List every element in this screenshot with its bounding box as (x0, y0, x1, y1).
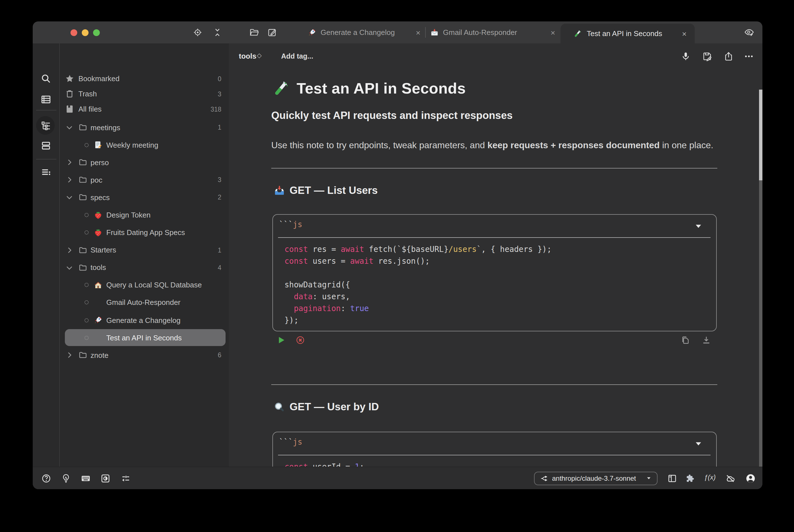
collapse-icon[interactable] (212, 27, 222, 37)
mail-in-icon (430, 28, 439, 37)
strawberry-icon (94, 228, 103, 237)
compose-icon[interactable] (267, 27, 277, 37)
openrouter-icon (540, 474, 548, 482)
tune-icon[interactable] (121, 473, 131, 483)
section-heading-2: GET — User by ID (273, 401, 379, 413)
sidebar-item-perso[interactable]: perso (59, 154, 229, 171)
copy-code-icon[interactable] (680, 335, 690, 345)
chevron-right-icon[interactable] (65, 176, 73, 184)
note-bullet-icon (84, 318, 89, 323)
note-bullet-icon (84, 335, 89, 340)
stop-code-icon[interactable] (295, 335, 305, 345)
sidebar-item-test-an-api-in-seconds[interactable]: Test an API in Seconds (59, 329, 229, 346)
keyboard-icon[interactable] (80, 473, 91, 483)
chevron-right-icon[interactable] (65, 246, 73, 254)
tree-view-icon[interactable] (40, 120, 51, 131)
tab-close-icon[interactable]: × (416, 28, 420, 37)
collapse-code-icon[interactable] (694, 440, 703, 448)
locate-icon[interactable] (192, 27, 202, 37)
chevron-right-icon[interactable] (65, 158, 73, 166)
sidebar-item-gmail-auto-responder[interactable]: Gmail Auto-Responder (59, 294, 229, 311)
collapse-code-icon[interactable] (694, 222, 703, 230)
tab-test-api-active[interactable]: Test an API in Seconds × (560, 24, 695, 43)
scrollbar-thumb[interactable] (759, 90, 762, 180)
sidebar-item-weekly-meeting[interactable]: Weekly meeting (59, 136, 229, 154)
close-window-button[interactable] (70, 29, 77, 36)
code-block-1: ```js const res = await fetch(`${baseURL… (272, 214, 717, 331)
code-header-separator (278, 237, 710, 238)
titlebar: Generate a Changelog × Gmail Auto-Respon… (33, 21, 762, 43)
search-icon[interactable] (40, 73, 51, 84)
folder-icon (78, 175, 87, 185)
code-content[interactable]: const userId = 1; (284, 461, 364, 466)
item-count: 0 (218, 75, 221, 82)
note-subtitle: Quickly test API requests and inspect re… (271, 109, 513, 122)
item-count: 3 (218, 91, 221, 97)
sidebar-item-meetings[interactable]: meetings1 (59, 119, 229, 136)
folder-icon (78, 123, 87, 132)
tab-label: Gmail Auto-Responder (443, 28, 517, 37)
folder-icon (78, 158, 87, 167)
brightness-icon[interactable] (100, 473, 111, 483)
sidebar-item-design-token[interactable]: Design Token (59, 206, 229, 224)
minimize-window-button[interactable] (81, 29, 88, 36)
sidebar-item-starters[interactable]: Starters1 (59, 241, 229, 259)
sidebar-item-specs[interactable]: specs2 (59, 189, 229, 206)
fx-icon[interactable]: ƒ(x) (704, 473, 716, 483)
note-bullet-icon (84, 283, 89, 288)
panel-icon[interactable] (667, 473, 677, 483)
rail-divider (36, 159, 56, 159)
test-tube-icon (573, 29, 582, 38)
download-code-icon[interactable] (701, 335, 711, 345)
help-icon[interactable] (41, 473, 51, 483)
note-intro: Use this note to try endpoints, tweak pa… (271, 140, 713, 150)
sidebar-item-tools[interactable]: tools4 (59, 259, 229, 277)
tab-generate-changelog[interactable]: Generate a Changelog × (308, 21, 420, 43)
add-tag-button[interactable]: Add tag... (281, 52, 313, 60)
item-count: 3 (218, 177, 221, 184)
list-colon-icon[interactable] (40, 167, 51, 177)
account-avatar-icon[interactable] (745, 473, 755, 483)
zoom-window-button[interactable] (93, 29, 99, 36)
item-count: 6 (218, 352, 221, 359)
tab-gmail-autoresponder[interactable]: Gmail Auto-Responder × (430, 21, 555, 43)
model-selector[interactable]: anthropic/claude-3.7-sonnet (534, 471, 658, 485)
sidebar-item-trash[interactable]: Trash3 (59, 86, 229, 101)
tab-close-icon[interactable]: × (551, 28, 555, 37)
sidebar-item-znote[interactable]: znote6 (59, 346, 229, 364)
tab-close-icon[interactable]: × (682, 29, 687, 38)
chevron-down-icon[interactable] (65, 194, 73, 202)
rows-view-icon[interactable] (40, 140, 51, 151)
chevron-down-icon[interactable] (65, 264, 73, 272)
model-name: anthropic/claude-3.7-sonnet (552, 474, 636, 482)
rail-divider (36, 110, 56, 111)
collection-dropdown[interactable]: tools (239, 52, 256, 60)
sidebar-item-generate-a-changelog[interactable]: Generate a Changelog (59, 311, 229, 329)
collection-sort-icon[interactable]: ◇ (257, 52, 262, 59)
save-note-icon[interactable] (702, 51, 712, 61)
sidebar-item-query-a-local-sql-database[interactable]: Query a Local SQL Database (59, 277, 229, 294)
note-bullet-icon (84, 212, 89, 217)
table-list-icon[interactable] (40, 94, 51, 104)
mic-icon[interactable] (681, 51, 691, 61)
preview-eye-icon[interactable] (743, 27, 754, 38)
chevron-down-icon[interactable] (65, 124, 73, 131)
share-icon[interactable] (723, 51, 733, 61)
lightbulb-icon[interactable] (61, 473, 71, 483)
code-content[interactable]: const res = await fetch(`${baseURL}/user… (284, 244, 552, 326)
puzzle-icon[interactable] (685, 473, 695, 483)
inbox-icon (273, 185, 285, 196)
sidebar-item-fruits-dating-app-specs[interactable]: Fruits Dating App Specs (59, 224, 229, 241)
chevron-right-icon[interactable] (65, 352, 73, 359)
run-code-icon[interactable] (276, 335, 285, 345)
sidebar-item-poc[interactable]: poc3 (59, 171, 229, 189)
cloud-off-icon[interactable] (725, 473, 735, 483)
house-icon (94, 281, 103, 290)
note-content-area: tools ◇ Add tag... Test an API in Second… (229, 43, 762, 466)
folder-open-icon[interactable] (249, 27, 259, 37)
sidebar-item-all-files[interactable]: All files318 (59, 101, 229, 117)
sidebar-item-bookmarked[interactable]: Bookmarked0 (59, 71, 229, 86)
more-options-icon[interactable] (743, 51, 754, 61)
rocket-icon (94, 316, 103, 325)
trash-icon (64, 89, 74, 99)
